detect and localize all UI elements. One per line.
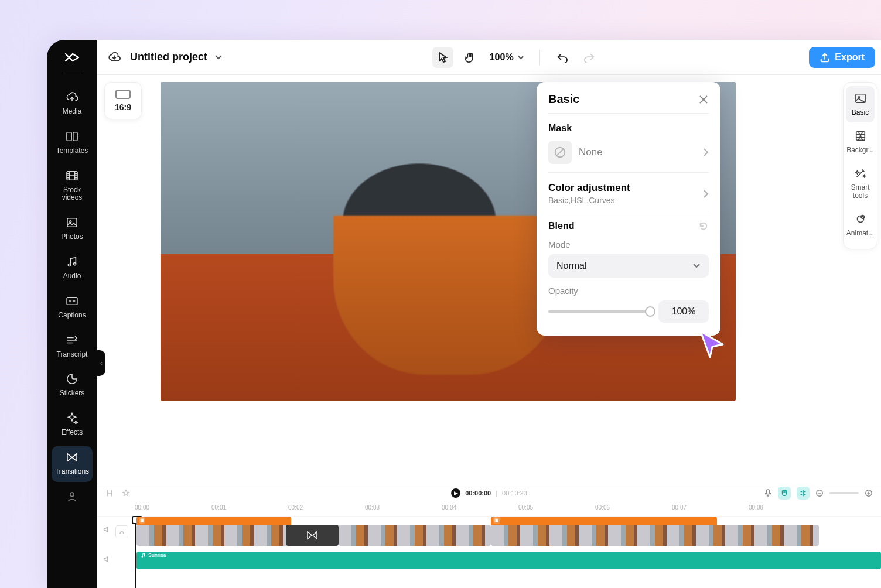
color-adjustment-row[interactable]: Color adjustment Basic,HSL,Curves xyxy=(548,182,709,205)
right-tab-label: Basic xyxy=(852,109,869,117)
clip-label-bar[interactable]: ▣ xyxy=(491,517,717,525)
align-button[interactable] xyxy=(797,487,810,500)
right-tab-background[interactable]: Backgr... xyxy=(846,124,875,160)
nav-item-label: Transitions xyxy=(55,468,89,476)
undo-button[interactable] xyxy=(552,47,573,68)
image-icon xyxy=(66,216,78,229)
clip-type-icon: ▣ xyxy=(139,517,145,524)
clip-label-bar[interactable]: ▣ xyxy=(136,517,291,525)
nav-item-label: Photos xyxy=(61,233,83,241)
svg-point-6 xyxy=(74,263,76,265)
nav-item-photos[interactable]: Photos xyxy=(52,211,93,247)
svg-rect-15 xyxy=(766,489,769,494)
timeline-duration: 00:10:23 xyxy=(502,490,527,497)
magnet-button[interactable] xyxy=(778,487,791,500)
timeline-tracks[interactable]: ▣ ▣ xyxy=(97,517,881,588)
video-clip[interactable] xyxy=(339,525,491,546)
nav-item-audio[interactable]: Audio xyxy=(52,251,93,286)
timeline-ruler[interactable]: 00:00 00:01 00:02 00:03 00:04 00:05 00:0… xyxy=(97,501,881,517)
video-clip[interactable] xyxy=(136,525,288,546)
svg-rect-3 xyxy=(67,218,77,227)
clip-type-icon: ▣ xyxy=(493,517,500,524)
nav-item-label: Stock videos xyxy=(53,186,91,203)
nav-item-media[interactable]: Media xyxy=(52,86,93,122)
timeline-play-button[interactable]: ▶ xyxy=(451,488,460,498)
svg-rect-7 xyxy=(67,298,77,305)
ruler-tick: 00:00 xyxy=(135,504,149,511)
project-title[interactable]: Untitled project xyxy=(130,51,223,63)
right-tab-label: Backgr... xyxy=(846,146,874,154)
blend-mode-value: Normal xyxy=(556,261,587,271)
audio-clip-label: Sunrise xyxy=(148,552,166,558)
right-tab-label: Animat... xyxy=(846,230,874,237)
svg-rect-1 xyxy=(73,132,77,141)
close-panel-button[interactable] xyxy=(698,94,709,105)
mask-selector[interactable]: None xyxy=(548,141,709,166)
nav-item-transcript[interactable]: Transcript xyxy=(52,329,93,365)
transition-clip[interactable] xyxy=(286,525,339,546)
blend-mode-label: Mode xyxy=(548,240,709,249)
ruler-tick: 00:03 xyxy=(365,504,380,511)
timeline-zoom-in-button[interactable] xyxy=(865,489,873,497)
audio-clip[interactable]: Sunrise xyxy=(136,552,881,569)
nav-item-label: Templates xyxy=(56,147,88,155)
pointer-tool-button[interactable] xyxy=(432,47,453,68)
export-button[interactable]: Export xyxy=(809,47,875,68)
mask-section-label: Mask xyxy=(548,123,709,134)
zoom-level-dropdown[interactable]: 100% xyxy=(490,52,524,63)
zoom-level-text: 100% xyxy=(490,52,514,63)
film-icon xyxy=(66,169,78,182)
video-clip[interactable] xyxy=(491,525,819,546)
right-tab-basic[interactable]: Basic xyxy=(846,86,875,122)
nav-item-stickers[interactable]: Stickers xyxy=(52,368,93,404)
sidebar-collapse-handle[interactable]: ‹ xyxy=(97,350,105,376)
canvas-area[interactable]: 16:9 Basic Mask xyxy=(97,75,839,484)
person-icon xyxy=(66,490,78,503)
nav-item-captions[interactable]: Captions xyxy=(52,290,93,326)
ruler-tick: 00:02 xyxy=(288,504,303,511)
nav-item-label: Stickers xyxy=(60,389,85,398)
nav-item-label: Effects xyxy=(62,429,83,437)
nav-item-more[interactable] xyxy=(52,486,93,509)
track-options-button[interactable] xyxy=(115,525,128,538)
nav-item-label: Captions xyxy=(58,312,86,320)
image-icon xyxy=(854,92,867,105)
music-note-icon xyxy=(66,255,78,268)
background-icon xyxy=(854,129,867,142)
nav-item-label: Audio xyxy=(63,272,81,281)
blend-mode-select[interactable]: Normal xyxy=(548,254,709,278)
properties-panel: Basic Mask None xyxy=(537,82,720,336)
timeline-toolbar: ▶ 00:00:00 | 00:10:23 xyxy=(97,484,881,501)
right-tab-smart-tools[interactable]: Smart tools xyxy=(846,161,875,205)
aspect-ratio-icon xyxy=(115,90,131,99)
track-mute-button[interactable] xyxy=(103,525,111,538)
nav-item-stock-videos[interactable]: Stock videos xyxy=(52,165,93,208)
aspect-ratio-chip[interactable]: 16:9 xyxy=(104,82,142,119)
none-mask-icon xyxy=(548,141,572,164)
favorite-button[interactable] xyxy=(122,489,130,497)
nav-item-transitions[interactable]: Transitions xyxy=(52,446,93,482)
right-tab-rail: Basic Backgr... Smart tools xyxy=(839,75,881,484)
nav-item-templates[interactable]: Templates xyxy=(52,125,93,161)
hand-tool-button[interactable] xyxy=(459,47,480,68)
timeline-zoom-out-button[interactable] xyxy=(815,489,824,497)
right-tab-label: Smart tools xyxy=(847,184,873,199)
ruler-tick: 00:06 xyxy=(595,504,610,511)
opacity-value-input[interactable]: 100% xyxy=(658,300,709,323)
ruler-tick: 00:07 xyxy=(672,504,687,511)
opacity-slider[interactable] xyxy=(548,310,650,313)
nav-item-effects[interactable]: Effects xyxy=(52,407,93,443)
blend-reset-button[interactable] xyxy=(698,221,709,231)
properties-panel-title: Basic xyxy=(548,93,579,106)
svg-point-5 xyxy=(68,264,70,266)
cloud-sync-icon[interactable] xyxy=(107,50,122,65)
slider-thumb[interactable] xyxy=(645,306,655,317)
split-button[interactable] xyxy=(105,489,114,497)
chevron-right-icon xyxy=(703,148,709,157)
track-mute-button[interactable] xyxy=(103,555,111,563)
right-tab-animation[interactable]: Animat... xyxy=(846,207,875,243)
voiceover-button[interactable] xyxy=(764,488,772,498)
redo-button[interactable] xyxy=(579,47,600,68)
timeline-zoom-slider[interactable] xyxy=(829,492,859,494)
sparkle-icon xyxy=(66,412,78,425)
